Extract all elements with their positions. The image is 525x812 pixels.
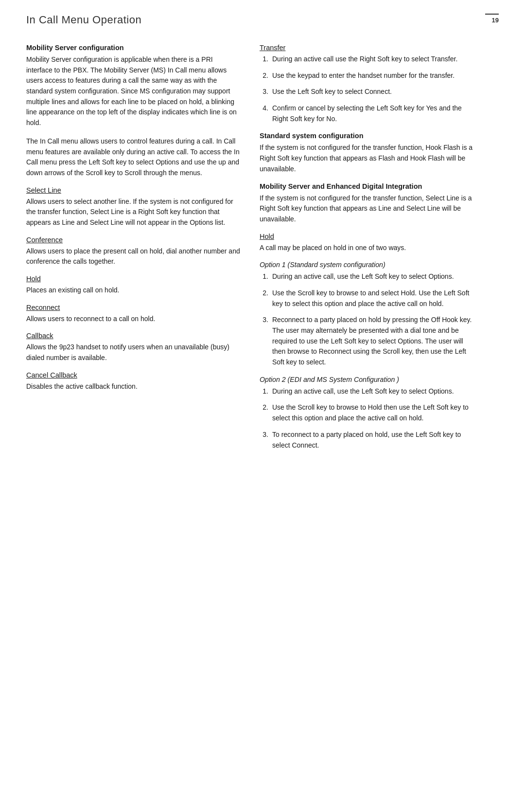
cancel-callback-body: Disables the active callback function.: [26, 381, 240, 392]
option2-list: 1. During an active call, use the Left S…: [260, 386, 473, 451]
list-item: 3. To reconnect to a party placed on hol…: [260, 430, 473, 451]
standard-system-config-title: Standard system configuration: [260, 132, 473, 140]
option2-title: Option 2 (EDI and MS System Configuratio…: [260, 376, 473, 383]
in-call-menu-desc-body: The In Call menu allows users to control…: [26, 136, 240, 179]
callback-body: Allows the 9p23 handset to notify users …: [26, 342, 240, 363]
section-option1: Option 1 (Standard system configuration)…: [260, 261, 473, 368]
left-column: Mobility Server configuration Mobility S…: [26, 44, 240, 458]
conference-title: Conference: [26, 236, 240, 244]
list-item: 1. During an active call, use the Left S…: [260, 386, 473, 397]
section-cancel-callback: Cancel Callback Disables the active call…: [26, 371, 240, 392]
mobility-server-enhanced-body: If the system is not configured for the …: [260, 193, 473, 225]
section-reconnect: Reconnect Allows users to reconnect to a…: [26, 304, 240, 325]
transfer-list: 1. During an active call use the Right S…: [260, 54, 473, 124]
standard-system-config-body: If the system is not configured for the …: [260, 143, 473, 174]
section-select-line: Select Line Allows users to select anoth…: [26, 186, 240, 228]
section-option2: Option 2 (EDI and MS System Configuratio…: [260, 376, 473, 451]
section-in-call-menu-desc: The In Call menu allows users to control…: [26, 136, 240, 179]
list-item: 4. Confirm or cancel by selecting the Le…: [260, 103, 473, 124]
section-callback: Callback Allows the 9p23 handset to noti…: [26, 332, 240, 363]
section-mobility-server-enhanced: Mobility Server and Enhanced Digital Int…: [260, 182, 473, 225]
right-column: Transfer 1. During an active call use th…: [260, 44, 473, 458]
section-standard-system-config: Standard system configuration If the sys…: [260, 132, 473, 174]
reconnect-body: Allows users to reconnect to a call on h…: [26, 314, 240, 325]
hold-left-title: Hold: [26, 275, 240, 283]
section-hold-right: Hold A call may be placed on hold in one…: [260, 233, 473, 253]
mobility-server-config-title: Mobility Server configuration: [26, 44, 240, 52]
list-item: 2. Use the Scroll key to browse to Hold …: [260, 402, 473, 423]
list-item: 1. During an active call, use the Left S…: [260, 271, 473, 282]
section-transfer: Transfer 1. During an active call use th…: [260, 44, 473, 124]
mobility-server-enhanced-title: Mobility Server and Enhanced Digital Int…: [260, 182, 473, 190]
list-item: 3. Use the Left Soft key to select Conne…: [260, 87, 473, 97]
list-item: 3. Reconnect to a party placed on hold b…: [260, 315, 473, 367]
list-item: 2. Use the Scroll key to browse to and s…: [260, 288, 473, 309]
mobility-server-config-body: Mobility Server configuration is applica…: [26, 54, 240, 128]
hold-left-body: Places an existing call on hold.: [26, 285, 240, 296]
callback-title: Callback: [26, 332, 240, 340]
content-area: Mobility Server configuration Mobility S…: [0, 44, 525, 458]
conference-body: Allows users to place the present call o…: [26, 246, 240, 267]
list-item: 1. During an active call use the Right S…: [260, 54, 473, 65]
select-line-body: Allows users to select another line. If …: [26, 197, 240, 228]
page-number: 19: [485, 14, 499, 24]
reconnect-title: Reconnect: [26, 304, 240, 311]
select-line-title: Select Line: [26, 186, 240, 194]
transfer-title: Transfer: [260, 44, 473, 52]
option1-title: Option 1 (Standard system configuration): [260, 261, 473, 269]
list-item: 2. Use the keypad to enter the handset n…: [260, 71, 473, 81]
page-title: In Call Menu Operation: [26, 14, 141, 26]
section-hold-left: Hold Places an existing call on hold.: [26, 275, 240, 296]
section-conference: Conference Allows users to place the pre…: [26, 236, 240, 267]
page-header: In Call Menu Operation 19: [0, 0, 525, 26]
hold-right-body: A call may be placed on hold in one of t…: [260, 243, 473, 253]
section-mobility-server-config: Mobility Server configuration Mobility S…: [26, 44, 240, 128]
option1-list: 1. During an active call, use the Left S…: [260, 271, 473, 368]
hold-right-title: Hold: [260, 233, 473, 240]
cancel-callback-title: Cancel Callback: [26, 371, 240, 379]
